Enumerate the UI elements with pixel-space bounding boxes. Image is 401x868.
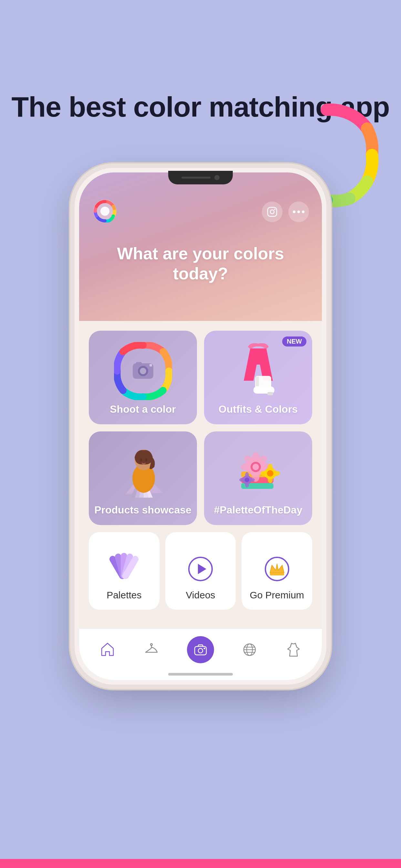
palettes-label: Palettes <box>106 590 142 600</box>
notch-camera <box>214 175 220 180</box>
new-badge: NEW <box>282 337 306 346</box>
svg-point-54 <box>150 644 152 646</box>
videos-icon <box>188 556 213 582</box>
phone-mockup: What are your colors today? <box>74 168 327 685</box>
bottom-accent-bar <box>0 859 401 868</box>
videos-label: Videos <box>186 590 215 600</box>
palettes-icon <box>104 550 143 582</box>
phone-screen: What are your colors today? <box>79 173 322 680</box>
app-header-top <box>79 192 322 232</box>
svg-rect-2 <box>268 207 277 216</box>
palette-day-label: #PaletteOfTheDay <box>214 504 303 516</box>
home-indicator <box>168 673 233 676</box>
svg-point-7 <box>302 211 305 213</box>
svg-rect-53 <box>270 573 284 576</box>
small-card-videos[interactable]: Videos <box>165 532 236 610</box>
palette-day-visual <box>232 447 285 501</box>
svg-point-44 <box>245 477 249 482</box>
shoot-color-label: Shoot a color <box>110 403 176 415</box>
feature-card-shoot-color[interactable]: Shoot a color <box>89 331 197 424</box>
premium-icon <box>264 556 290 582</box>
svg-point-3 <box>270 210 274 214</box>
outfits-visual <box>233 342 284 400</box>
nav-item-wardrobe[interactable] <box>143 641 160 658</box>
svg-point-32 <box>252 464 259 470</box>
svg-point-38 <box>267 470 274 476</box>
svg-point-4 <box>274 209 275 210</box>
app-content: Shoot a color NEW <box>79 321 322 680</box>
svg-rect-15 <box>256 376 259 386</box>
svg-point-19 <box>140 458 143 461</box>
shoot-color-visual <box>114 342 172 400</box>
svg-point-5 <box>293 211 296 213</box>
page-background: The best color matching app <box>0 0 401 868</box>
more-options-button[interactable] <box>288 202 309 222</box>
phone-notch <box>168 171 233 184</box>
small-card-premium[interactable]: Go Premium <box>242 532 312 610</box>
svg-marker-51 <box>198 564 206 574</box>
small-cards-row: Palettes Videos <box>89 532 312 610</box>
nav-item-explore[interactable] <box>241 641 258 658</box>
svg-point-56 <box>198 648 203 653</box>
nav-item-home[interactable] <box>99 641 116 658</box>
svg-point-1 <box>100 207 110 216</box>
phone-shell: What are your colors today? <box>74 168 327 685</box>
svg-point-6 <box>297 211 300 213</box>
instagram-button[interactable] <box>262 202 282 222</box>
svg-point-10 <box>140 368 146 374</box>
phone-notch-bar <box>74 168 327 187</box>
tagline-text: What are your colors today? <box>117 244 284 283</box>
notch-line <box>181 177 211 179</box>
header-tagline: What are your colors today? <box>79 244 322 284</box>
svg-rect-12 <box>150 364 152 367</box>
header-actions <box>262 202 309 222</box>
nav-item-camera[interactable] <box>187 636 214 663</box>
small-card-palettes[interactable]: Palettes <box>89 532 159 610</box>
nav-item-outfits[interactable] <box>285 641 302 658</box>
outfits-label: Outfits & Colors <box>219 403 298 415</box>
feature-card-palette-day[interactable]: #PaletteOfTheDay <box>204 431 312 525</box>
app-logo[interactable] <box>92 198 118 225</box>
products-visual <box>117 447 169 501</box>
products-label: Products showcase <box>94 504 191 516</box>
feature-card-outfits[interactable]: NEW <box>204 331 312 424</box>
app-header: What are your colors today? <box>79 173 322 328</box>
bottom-navigation <box>79 628 322 680</box>
premium-label: Go Premium <box>250 590 304 600</box>
svg-point-20 <box>145 458 148 461</box>
svg-rect-16 <box>267 392 273 395</box>
feature-grid: Shoot a color NEW <box>89 331 312 525</box>
svg-point-57 <box>204 647 205 649</box>
svg-rect-11 <box>136 362 142 365</box>
feature-card-products[interactable]: Products showcase <box>89 431 197 525</box>
